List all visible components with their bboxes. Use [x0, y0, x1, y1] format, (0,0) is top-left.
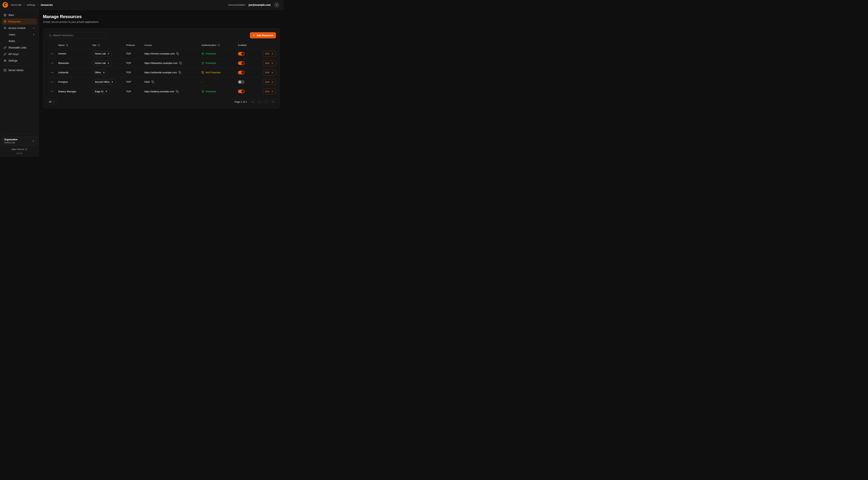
site-name: Edge 01	[95, 90, 103, 93]
chevron-right-icon	[37, 4, 39, 6]
site-link-button[interactable]: Office	[92, 70, 107, 75]
table-row: Battery Manager Edge 01 TCP https://batt…	[47, 87, 276, 96]
search-input[interactable]	[53, 34, 104, 37]
sidebar-item-settings[interactable]: Settings	[2, 58, 37, 64]
site-link-button[interactable]: Second Office	[92, 79, 116, 85]
arrow-right-icon	[271, 71, 273, 74]
row-menu-button[interactable]	[51, 52, 54, 56]
sort-by-authentication-button[interactable]	[217, 44, 220, 47]
protocol-value: TCP	[126, 90, 145, 93]
sidebar-item-label: Resources	[8, 20, 21, 23]
version-label: v1.3.0	[2, 152, 37, 154]
page-size-value: 20	[49, 100, 52, 103]
sidebar-item-label: API Keys	[8, 53, 19, 56]
avatar[interactable]: J	[274, 2, 279, 8]
enabled-toggle[interactable]	[238, 90, 245, 93]
copy-icon[interactable]	[151, 81, 154, 84]
protocol-value: TCP	[126, 52, 145, 55]
authentication-status: Protected	[202, 62, 238, 64]
site-name: Second Office	[95, 81, 110, 83]
table-row: Bitwarden Home Lab TCP https://bitwarden…	[47, 58, 276, 68]
protocol-value: TCP	[126, 62, 145, 64]
breadcrumb-org[interactable]: home-lab	[11, 3, 21, 6]
organization-label: Organization	[4, 138, 18, 141]
sort-by-site-button[interactable]	[97, 44, 100, 47]
column-header-protocol: Protocol	[126, 44, 135, 47]
user-email[interactable]: joe@example.com	[248, 3, 271, 6]
page-title: Manage Resources	[43, 14, 280, 19]
sidebar-item-sites[interactable]: Sites	[2, 12, 37, 18]
sidebar-item-label: Shareable Links	[8, 46, 26, 49]
organization-selector[interactable]: Organization Home Lab	[2, 137, 37, 146]
row-menu-button[interactable]	[51, 80, 54, 84]
enabled-toggle[interactable]	[238, 52, 245, 56]
next-page-button[interactable]	[264, 99, 269, 104]
prev-page-button[interactable]	[257, 99, 262, 104]
page-size-select[interactable]: 20	[47, 99, 58, 104]
resource-name: Bitwarden	[58, 62, 92, 64]
sidebar-item-api-keys[interactable]: API Keys	[2, 51, 37, 57]
chevron-right-icon	[23, 4, 25, 6]
sort-by-name-button[interactable]	[66, 44, 68, 47]
copy-icon[interactable]	[178, 71, 181, 74]
edit-button[interactable]: Edit	[263, 79, 276, 85]
chevron-right-icon	[32, 33, 35, 36]
resource-name: Battery Manager	[58, 90, 92, 93]
copy-icon[interactable]	[176, 90, 179, 93]
breadcrumb-resources: resources	[41, 3, 53, 6]
access-port: 5432	[145, 81, 150, 83]
resource-name: Authentik	[58, 71, 92, 74]
enabled-toggle[interactable]	[238, 80, 245, 84]
main-content: Manage Resources Create secure proxies t…	[39, 10, 284, 157]
page-subtitle: Create secure proxies to your private ap…	[43, 21, 280, 23]
external-link-icon	[25, 148, 27, 150]
arrow-right-icon	[271, 62, 273, 64]
chevrons-up-down-icon	[32, 140, 35, 143]
enabled-toggle[interactable]	[238, 61, 245, 65]
site-link-button[interactable]: Home Lab	[92, 51, 112, 57]
access-url: https://immich.example.com	[145, 52, 175, 55]
column-header-authentication: Authentication	[202, 44, 216, 47]
column-header-enabled: Enabled	[238, 44, 247, 47]
sidebar-item-shareable-links[interactable]: Shareable Links	[2, 44, 37, 51]
sidebar-item-users[interactable]: Users	[2, 31, 37, 38]
external-link-icon	[111, 81, 113, 83]
breadcrumb-settings[interactable]: settings	[27, 3, 35, 6]
search-resources[interactable]	[47, 32, 106, 38]
sidebar-item-access-control[interactable]: Access Control	[2, 25, 37, 31]
edit-button[interactable]: Edit	[263, 89, 276, 94]
shield-check-icon	[202, 90, 204, 93]
sidebar-divider	[2, 65, 36, 66]
enabled-toggle[interactable]	[238, 71, 245, 74]
authentication-status: -	[202, 81, 238, 83]
row-menu-button[interactable]	[51, 61, 54, 65]
sidebar-item-resources[interactable]: Resources	[2, 19, 37, 25]
copy-icon[interactable]	[176, 52, 179, 55]
first-page-button[interactable]	[250, 99, 255, 104]
external-link-icon	[107, 62, 110, 64]
sidebar-item-label: Server Admin	[8, 69, 24, 72]
row-menu-button[interactable]	[51, 90, 54, 93]
documentation-link[interactable]: Documentation	[228, 3, 245, 6]
protocol-value: TCP	[126, 81, 145, 83]
edit-button[interactable]: Edit	[263, 70, 276, 76]
copy-icon[interactable]	[179, 62, 182, 65]
add-resource-button[interactable]: Add Resource	[250, 32, 276, 38]
users-icon	[4, 27, 6, 30]
edit-button[interactable]: Edit	[263, 60, 276, 66]
open-source-link[interactable]: Open Source	[2, 148, 37, 151]
sidebar-item-server-admin[interactable]: Server Admin	[2, 67, 37, 73]
plus-icon	[253, 34, 255, 36]
last-page-button[interactable]	[271, 99, 276, 104]
app-logo[interactable]	[2, 2, 8, 8]
column-header-site: Site	[92, 44, 96, 47]
row-menu-button[interactable]	[51, 71, 54, 74]
sidebar-item-label: Roles	[9, 40, 15, 42]
site-link-button[interactable]: Edge 01	[92, 89, 110, 94]
sidebar-item-roles[interactable]: Roles	[2, 38, 37, 44]
arrow-right-icon	[271, 53, 273, 55]
site-link-button[interactable]: Home Lab	[92, 60, 112, 66]
site-name: Home Lab	[95, 62, 106, 64]
external-link-icon	[105, 90, 107, 92]
edit-button[interactable]: Edit	[263, 51, 276, 57]
